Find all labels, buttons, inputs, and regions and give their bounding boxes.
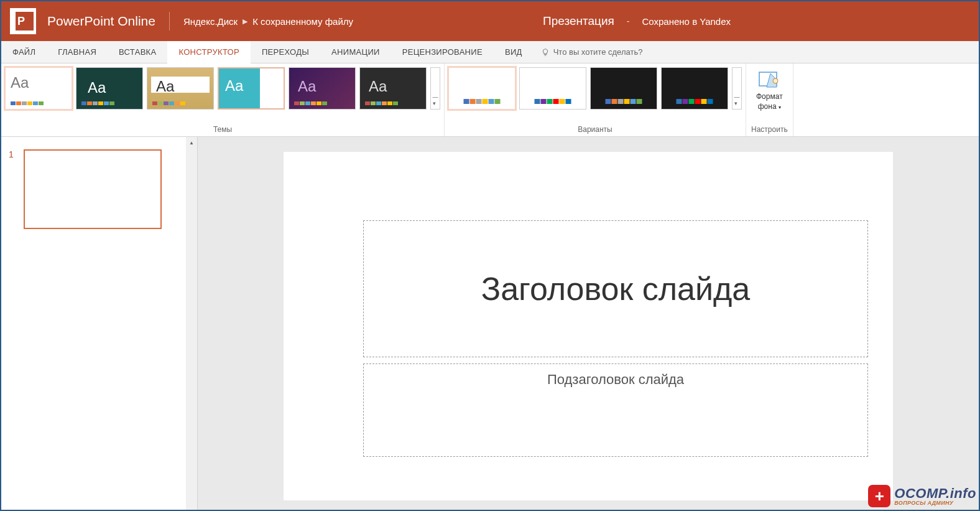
chevron-right-icon: ▶ bbox=[243, 17, 247, 26]
variant-option[interactable] bbox=[448, 67, 515, 110]
app-header: P PowerPoint Online Яндекс.Диск ▶ К сохр… bbox=[1, 1, 979, 41]
subtitle-text: Подзаголовок слайда bbox=[547, 372, 684, 388]
theme-option[interactable]: Aa bbox=[147, 67, 214, 110]
ribbon-content: AaAaAaAaAaAa—▾ Темы —▾ Варианты Формат ф… bbox=[1, 63, 979, 137]
breadcrumb-part[interactable]: Яндекс.Диск bbox=[183, 16, 238, 27]
title-text: Заголовок слайда bbox=[481, 270, 751, 307]
theme-option[interactable]: Aa bbox=[5, 67, 72, 110]
watermark-main: OCOMP.info bbox=[894, 487, 976, 500]
theme-option[interactable]: Aa bbox=[289, 67, 356, 110]
watermark-badge-icon: + bbox=[868, 485, 890, 507]
variant-option[interactable] bbox=[519, 67, 586, 110]
slide-thumbnail-panel: ▲ 1 bbox=[1, 137, 198, 510]
format-bg-label: Формат фона ▾ bbox=[756, 92, 783, 111]
dash: - bbox=[627, 16, 630, 26]
theme-option[interactable]: Aa bbox=[218, 67, 285, 110]
ribbon-group-customize: Формат фона ▾ Настроить bbox=[746, 63, 793, 136]
ribbon-group-variants: —▾ Варианты bbox=[445, 63, 746, 136]
tab-review[interactable]: РЕЦЕНЗИРОВАНИЕ bbox=[391, 41, 494, 63]
title-placeholder[interactable]: Заголовок слайда bbox=[363, 220, 868, 357]
document-name[interactable]: Презентация bbox=[543, 14, 614, 28]
themes-label: Темы bbox=[5, 123, 440, 135]
ribbon-tabs: ФАЙЛ ГЛАВНАЯ ВСТАВКА КОНСТРУКТОР ПЕРЕХОД… bbox=[1, 41, 979, 63]
tab-design[interactable]: КОНСТРУКТОР bbox=[167, 41, 250, 63]
slide-thumbnail[interactable] bbox=[24, 149, 162, 229]
variant-option[interactable] bbox=[590, 67, 657, 110]
tell-me-label: Что вы хотите сделать? bbox=[553, 47, 643, 57]
saved-status: Сохранено в Yandex bbox=[642, 16, 731, 27]
format-background-button[interactable]: Формат фона ▾ bbox=[750, 67, 789, 114]
themes-more-button[interactable]: —▾ bbox=[430, 67, 440, 110]
lightbulb-icon bbox=[541, 48, 550, 57]
tab-animations[interactable]: АНИМАЦИИ bbox=[320, 41, 391, 63]
tab-file[interactable]: ФАЙЛ bbox=[1, 41, 47, 63]
variant-option[interactable] bbox=[661, 67, 728, 110]
subtitle-placeholder[interactable]: Подзаголовок слайда bbox=[363, 363, 868, 457]
slide-number: 1 bbox=[9, 149, 17, 229]
powerpoint-icon: P bbox=[10, 8, 36, 34]
theme-option[interactable]: Aa bbox=[359, 67, 427, 110]
app-title: PowerPoint Online bbox=[47, 14, 155, 29]
format-background-icon bbox=[758, 70, 780, 90]
slide-thumbnail-row[interactable]: 1 bbox=[9, 149, 190, 229]
scroll-up-icon[interactable]: ▲ bbox=[186, 138, 197, 147]
variants-more-button[interactable]: —▾ bbox=[732, 67, 742, 110]
scrollbar[interactable]: ▲ bbox=[186, 137, 197, 510]
slide-canvas-area: Заголовок слайда Подзаголовок слайда bbox=[198, 137, 979, 510]
tab-transitions[interactable]: ПЕРЕХОДЫ bbox=[251, 41, 320, 63]
tab-home[interactable]: ГЛАВНАЯ bbox=[47, 41, 108, 63]
customize-label: Настроить bbox=[750, 123, 789, 135]
tab-insert[interactable]: ВСТАВКА bbox=[108, 41, 167, 63]
divider bbox=[169, 12, 170, 30]
watermark-sub: ВОПРОСЫ АДМИНУ bbox=[894, 500, 976, 506]
watermark: + OCOMP.info ВОПРОСЫ АДМИНУ bbox=[868, 485, 976, 507]
workspace: ▲ 1 Заголовок слайда Подзаголовок слайда bbox=[1, 137, 979, 510]
variants-label: Варианты bbox=[448, 123, 742, 135]
slide-canvas[interactable]: Заголовок слайда Подзаголовок слайда bbox=[284, 152, 893, 500]
tab-view[interactable]: ВИД bbox=[494, 41, 534, 63]
tell-me-search[interactable]: Что вы хотите сделать? bbox=[534, 41, 650, 63]
theme-option[interactable]: Aa bbox=[76, 67, 143, 110]
ribbon-group-themes: AaAaAaAaAaAa—▾ Темы bbox=[1, 63, 445, 136]
